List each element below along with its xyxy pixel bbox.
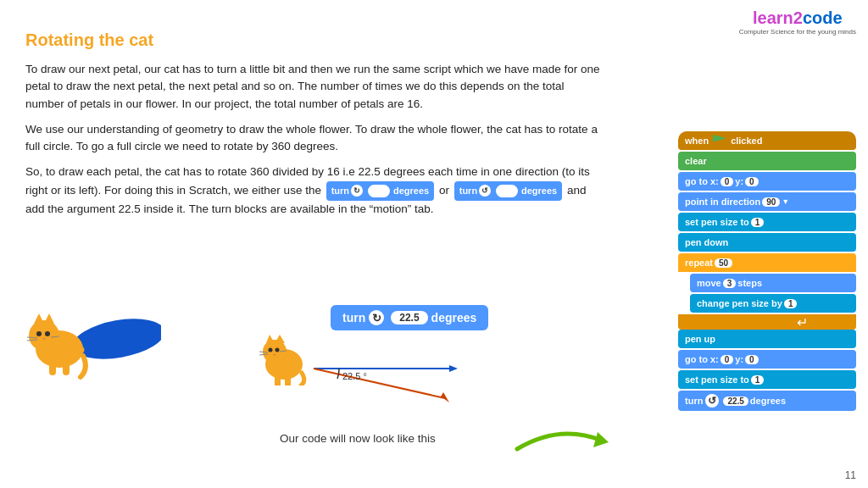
turn-val: 22.5 [723, 396, 748, 406]
svg-marker-17 [275, 335, 285, 343]
caption-text: Our code will now look like this [280, 432, 436, 445]
turn-large-val: 22.5 [391, 311, 427, 324]
sb-turn-block: turn ↺ 22.5 degrees [678, 391, 856, 411]
turn-curve-icon: ↺ [705, 394, 719, 408]
svg-text:22.5 °: 22.5 ° [342, 371, 367, 381]
degrees-label: degrees [750, 396, 786, 406]
svg-marker-27 [449, 365, 458, 372]
svg-rect-25 [285, 375, 291, 385]
svg-point-2 [29, 320, 59, 351]
direction-arrow: ▼ [782, 197, 789, 206]
move-val: 3 [723, 279, 737, 288]
move-label: move [697, 278, 721, 288]
set-pen2-label: set pen size to [685, 374, 749, 385]
turn-large-label: turn [342, 311, 365, 324]
sb-set-pen-2: set pen size to 1 [678, 370, 856, 389]
goto2-y-label: y: [735, 354, 743, 364]
goto-y-label: y: [735, 176, 743, 186]
curve-arrow-icon: ↵ [797, 314, 808, 330]
scratch-panel: when clicked clear go to x: 0 y: 0 point… [678, 131, 856, 413]
change-pen-label: change pen size by [697, 298, 782, 308]
turn-large-unit: degrees [431, 311, 477, 324]
repeat-end-arrow: ↵ [678, 314, 856, 330]
paragraph-1: To draw our next petal, our cat has to t… [25, 61, 602, 113]
sb-pen-down: pen down [678, 233, 856, 252]
steps-label: steps [737, 278, 762, 288]
pen-down-label: pen down [685, 237, 728, 247]
svg-marker-29 [441, 392, 449, 402]
caption-label: Our code will now look like this [280, 432, 436, 445]
goto2-x-val: 0 [721, 355, 734, 364]
svg-point-18 [269, 348, 273, 352]
svg-rect-11 [49, 360, 56, 375]
turn-right-icon: ↻ [351, 185, 363, 197]
body-text: To draw our next petal, our cat has to t… [25, 61, 602, 226]
turn-label: turn [685, 396, 703, 406]
set-pen-label: set pen size to [685, 217, 749, 227]
page-title: Rotating the cat [25, 30, 153, 50]
logo-tagline: Computer Science for the young minds [739, 28, 856, 36]
turn-right-oval [366, 183, 392, 199]
sb-pen-up: pen up [678, 330, 856, 348]
paragraph-2: We use our understanding of geometry to … [25, 121, 602, 156]
goto2-label: go to x: [685, 354, 719, 364]
sb-set-pen-1: set pen size to 1 [678, 213, 856, 231]
goto-x-val: 0 [721, 177, 734, 186]
repeat-val: 50 [715, 258, 732, 268]
turn-block-large: turn ↻ 22.5 degrees [331, 305, 488, 330]
change-pen-val: 1 [784, 299, 798, 308]
turn-right-block-inline: turn ↻ degrees [326, 181, 435, 201]
sb-point-direction: point in direction 90 ▼ [678, 192, 856, 211]
para3-text-b: or [439, 184, 449, 197]
repeat-label: repeat [685, 258, 713, 268]
turn-large-icon: ↻ [369, 310, 384, 325]
svg-point-19 [275, 348, 280, 352]
sb-goto-1: go to x: 0 y: 0 [678, 172, 856, 191]
logo-code: code [803, 8, 843, 27]
svg-marker-31 [593, 432, 609, 447]
sb-clear: clear [678, 152, 856, 170]
turn-left-block-inline: turn ↺ degrees [454, 181, 563, 201]
cat-image-left [25, 288, 161, 390]
pen-up-label: pen up [685, 334, 715, 344]
when-label: when [685, 136, 709, 146]
point-val: 90 [762, 197, 780, 207]
pen-size-val-2: 1 [751, 375, 765, 385]
turn-left-icon: ↺ [479, 185, 491, 197]
svg-marker-3 [34, 313, 44, 324]
goto2-y-val: 0 [745, 355, 759, 364]
svg-marker-16 [266, 335, 275, 343]
clear-label: clear [685, 156, 707, 166]
sb-when-clicked: when clicked [678, 131, 856, 150]
sb-move: move 3 steps [690, 274, 856, 292]
svg-point-6 [45, 331, 50, 336]
pen-size-val-1: 1 [751, 218, 765, 227]
flag-icon [713, 135, 726, 147]
svg-rect-12 [63, 360, 70, 375]
page-number: 11 [845, 469, 856, 481]
sb-goto-2: go to x: 0 y: 0 [678, 350, 856, 369]
angle-diagram: 22.5 ° [305, 322, 475, 415]
svg-rect-24 [275, 375, 281, 385]
point-label: point in direction [685, 197, 760, 207]
logo-learn: learn2 [753, 8, 803, 27]
sb-change-pen: change pen size by 1 [690, 294, 856, 313]
paragraph-3: So, to draw each petal, the cat has to r… [25, 164, 602, 218]
green-arrow [509, 415, 610, 466]
goto-y-val: 0 [745, 177, 759, 186]
goto-label: go to x: [685, 176, 719, 186]
svg-line-28 [314, 369, 445, 398]
sb-repeat: repeat 50 [678, 253, 856, 272]
turn-left-oval [494, 183, 520, 199]
logo: learn2code Computer Science for the youn… [739, 8, 856, 36]
svg-point-5 [36, 331, 42, 336]
clicked-label: clicked [731, 136, 762, 146]
svg-marker-4 [44, 313, 54, 324]
